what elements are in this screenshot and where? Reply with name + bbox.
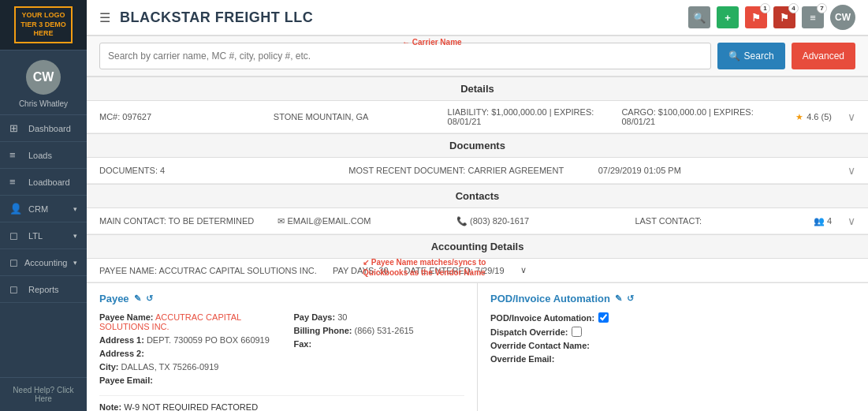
pod-panel: POD/Invoice Automation ✎ ↺ POD/Invoice A… bbox=[478, 283, 868, 411]
sidebar-item-label: Dashboard bbox=[28, 124, 71, 133]
accounting-icon: ◻ bbox=[9, 256, 18, 268]
search-icon: 🔍 bbox=[728, 50, 740, 62]
accounting-collapse-btn[interactable]: ∨ bbox=[520, 265, 527, 275]
rating-cell: ★ 4.6 (5) bbox=[795, 112, 832, 122]
page-title: BLACKSTAR FREIGHT LLC bbox=[120, 9, 313, 26]
sidebar-item-crm[interactable]: 👤 CRM ▾ bbox=[0, 196, 87, 222]
pod-history-icon[interactable]: ↺ bbox=[627, 293, 634, 304]
mc-cell: MC#: 097627 bbox=[99, 112, 258, 121]
details-collapse-btn[interactable]: ∨ bbox=[848, 110, 855, 123]
doc-date-cell: 07/29/2019 01:05 PM bbox=[598, 166, 832, 175]
contacts-collapse-btn[interactable]: ∨ bbox=[848, 215, 855, 227]
dispatch-override-field: Dispatch Override: bbox=[490, 327, 855, 337]
documents-section-header: Documents bbox=[87, 133, 868, 158]
user-avatar-btn[interactable]: CW bbox=[830, 5, 855, 30]
doc-recent-cell: MOST RECENT DOCUMENT: CARRIER AGREEMENT bbox=[348, 166, 582, 175]
pay-days-field: Pay Days: 30 bbox=[294, 312, 465, 322]
pod-edit-icon[interactable]: ✎ bbox=[615, 293, 622, 304]
search-bar: 🔍 Search Advanced ← Carrier Name bbox=[87, 36, 868, 77]
chevron-down-icon: ▾ bbox=[73, 232, 77, 240]
payee-email-field: Payee Email: bbox=[99, 376, 270, 385]
accounting-row: PAYEE NAME: ACCUTRAC CAPITAL SOLUTIONS I… bbox=[87, 259, 868, 282]
sidebar-item-dashboard[interactable]: ⊞ Dashboard bbox=[0, 115, 87, 142]
details-section-header: Details bbox=[87, 77, 868, 101]
override-contact-field: Override Contact Name: bbox=[490, 341, 855, 350]
search-button[interactable]: 🔍 Search bbox=[717, 43, 785, 69]
add-button[interactable]: + bbox=[717, 6, 739, 28]
sidebar-help[interactable]: Need Help? Click Here bbox=[0, 377, 87, 411]
sidebar-item-loadboard[interactable]: ≡ Loadboard bbox=[0, 169, 87, 196]
details-row: MC#: 097627 STONE MOUNTAIN, GA LIABILITY… bbox=[87, 101, 868, 133]
loads-icon: ≡ bbox=[9, 149, 22, 161]
accounting-section-header: Accounting Details bbox=[87, 234, 868, 259]
pod-panel-title: POD/Invoice Automation ✎ ↺ bbox=[490, 293, 855, 305]
sidebar-item-accounting[interactable]: ◻ Accounting ▾ bbox=[0, 249, 87, 276]
topbar-icons: 🔍 + ⚑ 1 ⚑ 4 ≡ 7 CW bbox=[688, 5, 855, 30]
flag2-badge: 4 bbox=[788, 3, 799, 13]
flag1-badge: 1 bbox=[760, 3, 770, 13]
edit-icon[interactable]: ✎ bbox=[134, 293, 141, 304]
logo-line1: YOUR LOGO bbox=[21, 11, 65, 19]
sidebar-item-reports[interactable]: ◻ Reports bbox=[0, 276, 87, 303]
list-button[interactable]: ≡ 7 bbox=[802, 6, 824, 28]
contacts-row: MAIN CONTACT: TO BE DETERMINED ✉ EMAIL@E… bbox=[87, 208, 868, 234]
location-cell: STONE MOUNTAIN, GA bbox=[274, 112, 432, 121]
payee-annotation: ↙ Payee Name matches/syncs to Quickbooks… bbox=[363, 257, 505, 278]
payee-name-field: Payee Name: ACCUTRAC CAPITAL SOLUTIONS I… bbox=[99, 312, 270, 331]
address2-field: Address 2: bbox=[99, 349, 270, 358]
advanced-button[interactable]: Advanced bbox=[792, 43, 855, 69]
topbar: ☰ BLACKSTAR FREIGHT LLC 🔍 + ⚑ 1 ⚑ 4 ≡ 7 … bbox=[87, 0, 868, 36]
sidebar-item-label: Accounting bbox=[24, 258, 67, 267]
sidebar-item-label: LTL bbox=[28, 231, 43, 241]
sidebar-item-label: Reports bbox=[28, 285, 59, 294]
logo-line2: TIER 3 DEMO bbox=[20, 21, 66, 28]
liability-cell: LIABILITY: $1,000,000.00 | EXPIRES: 08/0… bbox=[448, 107, 606, 126]
loadboard-icon: ≡ bbox=[9, 176, 22, 188]
hamburger-icon[interactable]: ☰ bbox=[99, 10, 110, 25]
chevron-down-icon: ▾ bbox=[73, 205, 77, 213]
override-email-field: Override Email: bbox=[490, 354, 855, 364]
sidebar: YOUR LOGO TIER 3 DEMO HERE CW Chris What… bbox=[0, 0, 87, 411]
billing-phone-field: Billing Phone: (866) 531-2615 bbox=[294, 326, 465, 335]
pod-automation-checkbox[interactable] bbox=[598, 312, 609, 323]
flag1-button[interactable]: ⚑ 1 bbox=[745, 6, 767, 28]
search-icon-btn[interactable]: 🔍 bbox=[688, 6, 710, 28]
flag2-button[interactable]: ⚑ 4 bbox=[773, 6, 795, 28]
sidebar-logo: YOUR LOGO TIER 3 DEMO HERE bbox=[0, 0, 87, 50]
payee-panel: Payee ✎ ↺ Payee Name: ACCUTRAC CAPITAL S… bbox=[87, 283, 478, 411]
carrier-name-annotation: ← Carrier Name bbox=[402, 38, 462, 47]
sidebar-item-ltl[interactable]: ◻ LTL ▾ bbox=[0, 222, 87, 249]
sidebar-nav: ⊞ Dashboard ≡ Loads ≡ Loadboard 👤 CRM ▾ … bbox=[0, 115, 87, 377]
dashboard-icon: ⊞ bbox=[9, 122, 22, 134]
address1-field: Address 1: DEPT. 730059 PO BOX 660919 bbox=[99, 335, 270, 345]
documents-collapse-btn[interactable]: ∨ bbox=[848, 164, 855, 177]
reports-icon: ◻ bbox=[9, 283, 22, 295]
pod-automation-field: POD/Invoice Automation: bbox=[490, 312, 855, 323]
last-contact-cell: LAST CONTACT: bbox=[635, 216, 797, 226]
search-input[interactable] bbox=[99, 43, 711, 69]
sidebar-item-loads[interactable]: ≡ Loads bbox=[0, 142, 87, 169]
payee-name-cell: PAYEE NAME: ACCUTRAC CAPITAL SOLUTIONS I… bbox=[99, 266, 317, 275]
panel-divider bbox=[99, 395, 464, 396]
main-contact-cell: MAIN CONTACT: TO BE DETERMINED bbox=[99, 216, 262, 226]
sidebar-item-label: CRM bbox=[28, 204, 48, 214]
phone-cell: 📞 (803) 820-1617 bbox=[456, 216, 619, 226]
documents-row: DOCUMENTS: 4 MOST RECENT DOCUMENT: CARRI… bbox=[87, 158, 868, 184]
dispatch-override-checkbox[interactable] bbox=[572, 327, 582, 337]
note-field: Note: W-9 NOT REQUIRED FACTORED bbox=[99, 402, 464, 411]
sidebar-item-label: Loadboard bbox=[28, 177, 70, 187]
avatar: CW bbox=[26, 60, 61, 95]
city-field: City: DALLAS, TX 75266-0919 bbox=[99, 362, 270, 372]
email-cell: ✉ EMAIL@EMAIL.COM bbox=[278, 216, 440, 226]
avatar-name: Chris Whatley bbox=[19, 99, 68, 108]
payee-panel-title: Payee ✎ ↺ bbox=[99, 293, 464, 305]
history-icon[interactable]: ↺ bbox=[146, 293, 153, 304]
sidebar-avatar: CW Chris Whatley bbox=[0, 50, 87, 115]
bottom-panels: Payee ✎ ↺ Payee Name: ACCUTRAC CAPITAL S… bbox=[87, 282, 868, 411]
contacts-count-cell: 👥 4 bbox=[814, 216, 832, 226]
doc-count-cell: DOCUMENTS: 4 bbox=[99, 166, 333, 175]
main-area: ☰ BLACKSTAR FREIGHT LLC 🔍 + ⚑ 1 ⚑ 4 ≡ 7 … bbox=[87, 0, 868, 411]
sidebar-item-label: Loads bbox=[28, 151, 52, 160]
chevron-down-icon: ▾ bbox=[73, 259, 77, 267]
ltl-icon: ◻ bbox=[9, 230, 22, 241]
